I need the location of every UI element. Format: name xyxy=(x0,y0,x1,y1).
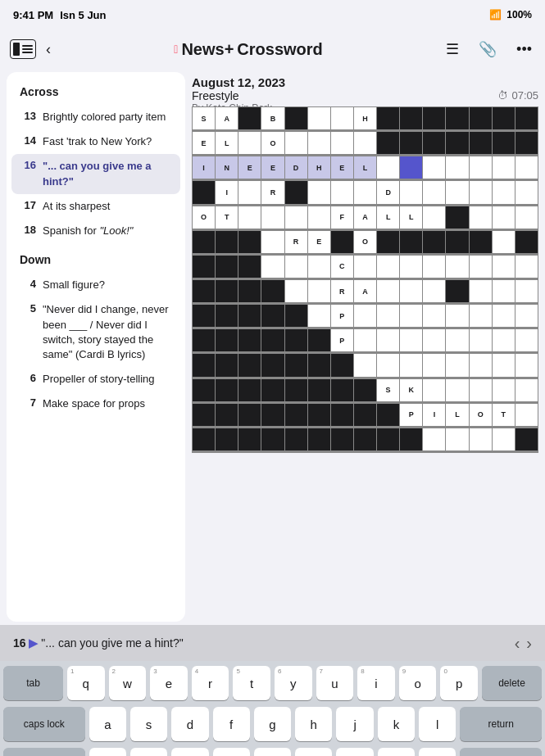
grid-cell[interactable] xyxy=(193,329,215,351)
grid-cell[interactable]: L xyxy=(216,132,238,154)
key-h[interactable]: h xyxy=(295,707,332,741)
grid-cell[interactable] xyxy=(400,231,422,253)
grid-cell[interactable] xyxy=(193,256,215,278)
grid-cell[interactable] xyxy=(285,181,307,203)
grid-cell[interactable]: E xyxy=(308,231,330,253)
grid-cell[interactable] xyxy=(446,206,468,229)
grid-cell[interactable] xyxy=(446,379,468,401)
grid-cell[interactable] xyxy=(446,231,468,253)
key-c[interactable]: c xyxy=(171,748,208,756)
key-return[interactable]: return xyxy=(460,707,542,741)
grid-cell[interactable] xyxy=(493,354,515,376)
grid-cell[interactable] xyxy=(238,181,261,203)
grid-cell[interactable] xyxy=(354,256,376,278)
grid-cell[interactable] xyxy=(354,305,376,327)
clue-across-16[interactable]: 16 "... can you give me a hint?" xyxy=(11,154,180,193)
key-n[interactable]: n xyxy=(295,748,332,756)
grid-cell[interactable]: O xyxy=(354,231,376,253)
grid-cell[interactable] xyxy=(285,379,307,401)
grid-cell[interactable] xyxy=(446,329,468,351)
key-p[interactable]: 0p xyxy=(440,666,478,700)
key-y[interactable]: 6y xyxy=(275,666,312,700)
grid-cell[interactable]: P xyxy=(331,305,353,327)
grid-cell[interactable] xyxy=(493,428,515,450)
grid-cell[interactable] xyxy=(216,379,238,401)
grid-cell[interactable] xyxy=(193,404,215,426)
grid-cell[interactable] xyxy=(470,206,492,229)
grid-cell[interactable]: L xyxy=(446,404,468,426)
grid-cell[interactable]: B xyxy=(261,107,284,129)
grid-cell[interactable] xyxy=(400,354,422,376)
grid-cell[interactable] xyxy=(193,231,215,253)
clue-down-7[interactable]: 7 Make space for props xyxy=(7,392,185,416)
grid-cell[interactable] xyxy=(193,379,215,401)
grid-cell[interactable]: L xyxy=(400,206,422,229)
grid-cell[interactable] xyxy=(515,280,538,302)
grid-cell[interactable] xyxy=(193,305,215,327)
grid-cell[interactable] xyxy=(331,354,353,376)
grid-cell[interactable] xyxy=(400,428,422,450)
clue-across-17[interactable]: 17 At its sharpest xyxy=(7,194,185,219)
grid-cell[interactable] xyxy=(423,379,445,401)
grid-cell[interactable] xyxy=(308,305,330,327)
grid-cell[interactable]: S xyxy=(193,107,215,129)
grid-cell[interactable] xyxy=(515,107,538,129)
key-l[interactable]: l xyxy=(419,707,456,741)
grid-cell[interactable] xyxy=(493,181,515,203)
grid-cell[interactable] xyxy=(285,354,307,376)
grid-cell[interactable]: L xyxy=(377,206,399,229)
grid-cell[interactable] xyxy=(354,404,376,426)
grid-cell[interactable] xyxy=(238,206,261,229)
grid-cell[interactable] xyxy=(285,329,307,351)
grid-cell[interactable]: S xyxy=(377,379,399,401)
grid-cell[interactable] xyxy=(193,181,215,203)
grid-cell[interactable] xyxy=(423,354,445,376)
grid-cell[interactable] xyxy=(470,428,492,450)
crossword-grid[interactable]: SABHELOINEEDHELIRDOTFALLREOCRAPPSKPILOT xyxy=(192,106,538,453)
grid-cell[interactable] xyxy=(216,280,238,302)
sidebar-toggle-button[interactable] xyxy=(10,39,36,59)
grid-cell[interactable] xyxy=(493,132,515,154)
grid-cell[interactable] xyxy=(446,156,468,179)
grid-cell[interactable]: C xyxy=(331,256,353,278)
grid-cell[interactable]: A xyxy=(354,280,376,302)
grid-cell[interactable] xyxy=(400,280,422,302)
grid-cell[interactable]: E xyxy=(193,132,215,154)
grid-cell[interactable] xyxy=(377,404,399,426)
grid-cell[interactable] xyxy=(331,379,353,401)
grid-cell[interactable] xyxy=(285,280,307,302)
grid-cell[interactable] xyxy=(238,256,261,278)
grid-cell[interactable] xyxy=(285,132,307,154)
grid-cell[interactable] xyxy=(308,132,330,154)
key-e[interactable]: 3e xyxy=(150,666,188,700)
grid-cell[interactable]: N xyxy=(216,156,238,179)
grid-cell[interactable] xyxy=(515,156,538,179)
grid-cell[interactable] xyxy=(515,354,538,376)
key-t[interactable]: 5t xyxy=(233,666,270,700)
key-r[interactable]: 4r xyxy=(192,666,229,700)
grid-cell[interactable] xyxy=(261,280,284,302)
share-icon-button[interactable]: 📎 xyxy=(475,37,500,61)
grid-cell[interactable] xyxy=(308,379,330,401)
grid-cell[interactable] xyxy=(400,132,422,154)
grid-cell[interactable] xyxy=(354,181,376,203)
grid-cell[interactable] xyxy=(377,132,399,154)
grid-cell[interactable] xyxy=(216,256,238,278)
grid-cell[interactable] xyxy=(377,329,399,351)
grid-cell[interactable] xyxy=(238,231,261,253)
grid-cell[interactable] xyxy=(308,206,330,229)
grid-cell[interactable]: T xyxy=(493,404,515,426)
grid-cell[interactable] xyxy=(515,379,538,401)
grid-cell[interactable] xyxy=(423,280,445,302)
grid-cell[interactable] xyxy=(493,379,515,401)
key-k[interactable]: k xyxy=(378,707,415,741)
grid-cell[interactable] xyxy=(377,428,399,450)
grid-cell[interactable]: T xyxy=(216,206,238,229)
key-v[interactable]: v xyxy=(213,748,250,756)
grid-cell[interactable]: A xyxy=(354,206,376,229)
grid-cell[interactable] xyxy=(285,256,307,278)
grid-cell[interactable] xyxy=(261,206,284,229)
grid-cell[interactable] xyxy=(238,428,261,450)
grid-cell[interactable] xyxy=(470,305,492,327)
grid-cell[interactable] xyxy=(308,428,330,450)
